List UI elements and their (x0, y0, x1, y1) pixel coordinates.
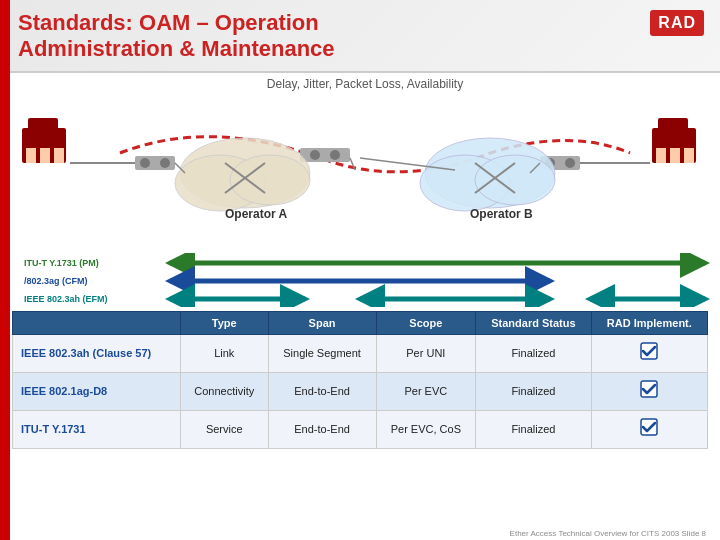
svg-text:Operator A: Operator A (225, 207, 288, 221)
table-header-row: Type Span Scope Standard Status RAD Impl… (13, 311, 708, 334)
row-type: Service (180, 410, 268, 448)
row-span: Single Segment (268, 334, 376, 372)
row-name: ITU-T Y.1731 (13, 410, 181, 448)
svg-rect-8 (670, 148, 680, 163)
footer-text: Ether Access Technical Overview for CITS… (510, 529, 706, 538)
network-diagram: Operator A Operator B (10, 93, 710, 253)
svg-rect-2 (26, 148, 36, 163)
svg-point-13 (140, 158, 150, 168)
col-header-rad: RAD Implement. (591, 311, 707, 334)
svg-point-14 (160, 158, 170, 168)
header-title: Standards: OAM – Operation Administratio… (18, 10, 335, 63)
row-scope: Per EVC (376, 372, 476, 410)
table-row: ITU-T Y.1731ServiceEnd-to-EndPer EVC, Co… (13, 410, 708, 448)
table-section: Type Span Scope Standard Status RAD Impl… (12, 311, 708, 449)
row-span: End-to-End (268, 372, 376, 410)
row-name: IEEE 802.3ah (Clause 57) (13, 334, 181, 372)
row-rad-implement (591, 410, 707, 448)
svg-point-20 (330, 150, 340, 160)
row-status: Finalized (476, 410, 592, 448)
row-type: Link (180, 334, 268, 372)
svg-point-17 (565, 158, 575, 168)
title-line1: Standards: OAM – Operation (18, 10, 335, 36)
svg-text:IEEE 802.3ah (EFM): IEEE 802.3ah (EFM) (24, 294, 108, 304)
row-span: End-to-End (268, 410, 376, 448)
row-type: Connectivity (180, 372, 268, 410)
col-header-scope: Scope (376, 311, 476, 334)
svg-rect-18 (300, 148, 350, 162)
header: Standards: OAM – Operation Administratio… (0, 0, 720, 73)
protocol-lines: ITU-T Y.1731 (PM) /802.3ag (CFM) IEEE 80… (0, 253, 720, 307)
subtitle: Delay, Jitter, Packet Loss, Availability (0, 73, 720, 93)
table-row: IEEE 802.1ag-D8ConnectivityEnd-to-EndPer… (13, 372, 708, 410)
table-row: IEEE 802.3ah (Clause 57)LinkSingle Segme… (13, 334, 708, 372)
rad-logo: RAD (650, 10, 704, 36)
svg-point-26 (475, 155, 555, 205)
col-header-type: Type (180, 311, 268, 334)
col-header-empty (13, 311, 181, 334)
row-rad-implement (591, 372, 707, 410)
svg-rect-7 (656, 148, 666, 163)
svg-text:Operator B: Operator B (470, 207, 533, 221)
col-header-span: Span (268, 311, 376, 334)
svg-rect-4 (54, 148, 64, 163)
standards-table: Type Span Scope Standard Status RAD Impl… (12, 311, 708, 449)
svg-point-19 (310, 150, 320, 160)
svg-rect-3 (40, 148, 50, 163)
row-rad-implement (591, 334, 707, 372)
svg-text:ITU-T Y.1731 (PM): ITU-T Y.1731 (PM) (24, 258, 99, 268)
row-scope: Per EVC, CoS (376, 410, 476, 448)
row-name: IEEE 802.1ag-D8 (13, 372, 181, 410)
row-status: Finalized (476, 334, 592, 372)
col-header-status: Standard Status (476, 311, 592, 334)
svg-text:/802.3ag (CFM): /802.3ag (CFM) (24, 276, 88, 286)
table-body: IEEE 802.3ah (Clause 57)LinkSingle Segme… (13, 334, 708, 448)
title-line2: Administration & Maintenance (18, 36, 335, 62)
row-status: Finalized (476, 372, 592, 410)
svg-rect-9 (684, 148, 694, 163)
row-scope: Per UNI (376, 334, 476, 372)
